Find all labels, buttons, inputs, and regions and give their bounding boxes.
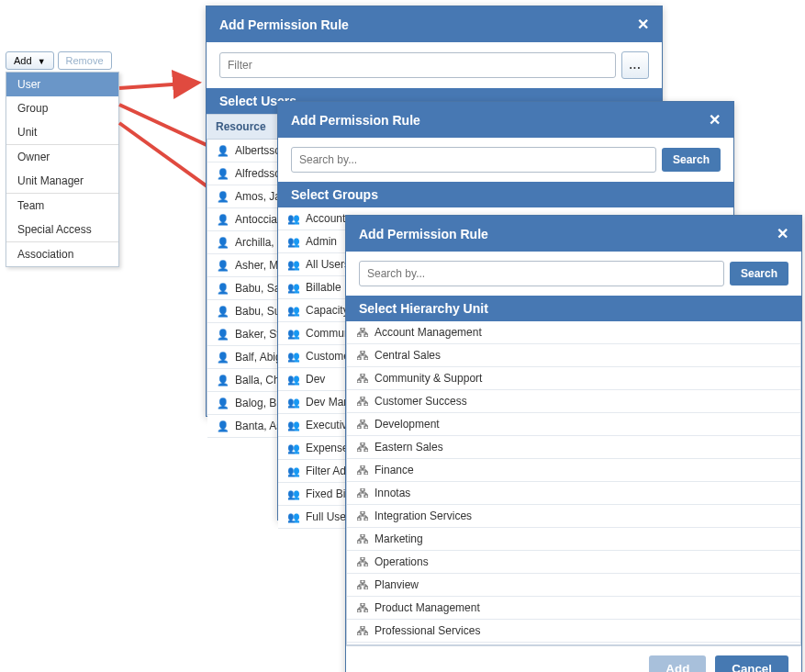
list-item[interactable]: Planview (347, 574, 800, 597)
filter-input[interactable] (219, 52, 616, 78)
hierarchy-unit-icon (356, 328, 369, 337)
section-header-groups: Select Groups (278, 182, 733, 207)
add-dropdown-menu: UserGroupUnitOwnerUnit ManagerTeamSpecia… (6, 72, 119, 267)
user-icon (217, 375, 229, 386)
hierarchy-unit-icon (356, 488, 369, 498)
svg-rect-4 (357, 334, 361, 337)
svg-rect-22 (357, 472, 361, 475)
user-icon (217, 145, 229, 157)
list-item[interactable]: Community & Support (347, 367, 800, 390)
dialog-title: Add Permission Rule (219, 17, 349, 32)
search-input[interactable] (359, 261, 724, 286)
hierarchy-unit-icon (356, 351, 369, 360)
group-icon (287, 511, 300, 523)
units-scroll[interactable]: Account ManagementCentral SalesCommunity… (346, 321, 801, 645)
svg-rect-30 (361, 534, 364, 537)
search-input[interactable] (291, 147, 656, 173)
units-list: Account ManagementCentral SalesCommunity… (347, 321, 800, 643)
svg-rect-18 (361, 442, 364, 445)
list-item[interactable]: Account Management (347, 321, 800, 344)
search-button[interactable]: Search (662, 148, 721, 172)
dialog-titlebar[interactable]: Add Permission Rule ✕ (278, 102, 733, 138)
list-item[interactable]: Innotas (347, 482, 800, 505)
svg-rect-32 (364, 541, 368, 543)
list-item[interactable]: Development (347, 413, 800, 436)
svg-rect-19 (357, 449, 361, 452)
user-icon (217, 306, 229, 318)
hierarchy-unit-icon (356, 511, 369, 521)
list-item[interactable]: Product Management (347, 597, 800, 620)
hierarchy-unit-icon (356, 626, 369, 635)
group-icon (287, 351, 300, 363)
menu-item-special-access[interactable]: Special Access (6, 218, 118, 241)
remove-button[interactable]: Remove (58, 51, 112, 70)
group-icon (287, 236, 300, 248)
add-remove-toolbar: Add ▼ Remove (6, 51, 119, 70)
svg-rect-38 (364, 587, 368, 589)
dialog-body: Search (278, 138, 733, 182)
group-icon (287, 397, 300, 409)
list-item-label: Marketing (375, 532, 791, 545)
svg-rect-33 (361, 557, 364, 560)
close-icon[interactable]: ✕ (709, 111, 721, 129)
user-icon (217, 329, 229, 341)
menu-item-unit-manager[interactable]: Unit Manager (6, 169, 118, 193)
svg-rect-44 (364, 633, 368, 635)
menu-item-owner[interactable]: Owner (6, 145, 118, 169)
list-item[interactable]: Professional Services (347, 620, 800, 643)
user-icon (217, 237, 229, 249)
list-item[interactable]: Finance (347, 459, 800, 482)
dialog-titlebar[interactable]: Add Permission Rule ✕ (346, 216, 801, 252)
dialog-body: Search (346, 252, 801, 296)
svg-rect-16 (357, 426, 361, 429)
svg-rect-25 (357, 495, 361, 498)
add-permission-dialog-units: Add Permission Rule ✕ Search Select Hier… (345, 215, 802, 672)
close-icon[interactable]: ✕ (637, 16, 649, 33)
menu-item-association[interactable]: Association (6, 242, 118, 266)
svg-rect-41 (364, 610, 368, 612)
list-item[interactable]: Marketing (347, 528, 800, 551)
svg-rect-15 (361, 420, 364, 422)
group-icon (287, 282, 300, 294)
svg-rect-36 (361, 580, 364, 583)
svg-rect-20 (364, 449, 368, 452)
svg-rect-14 (364, 403, 368, 406)
group-icon (287, 465, 300, 477)
menu-item-user[interactable]: User (6, 73, 118, 96)
menu-item-unit[interactable]: Unit (6, 120, 118, 144)
user-icon (217, 214, 229, 226)
group-icon (287, 213, 300, 225)
list-item[interactable]: Operations (347, 551, 800, 574)
svg-rect-9 (361, 374, 364, 376)
list-item[interactable]: Central Sales (347, 344, 800, 367)
menu-item-team[interactable]: Team (6, 194, 118, 218)
filter-options-button[interactable]: ... (621, 51, 649, 79)
list-item-label: Customer Success (375, 395, 791, 408)
svg-rect-37 (357, 587, 361, 589)
svg-rect-28 (357, 518, 361, 521)
add-button-label: Add (14, 55, 32, 66)
hierarchy-unit-icon (356, 397, 369, 406)
user-icon (217, 260, 229, 272)
list-item[interactable]: Integration Services (347, 505, 800, 528)
svg-rect-31 (357, 541, 361, 543)
add-dropdown-button[interactable]: Add ▼ (6, 51, 54, 70)
list-item[interactable]: Customer Success (347, 390, 800, 413)
dialog-add-button[interactable]: Add (649, 655, 706, 672)
list-item[interactable]: Eastern Sales (347, 436, 800, 459)
list-item-label: Integration Services (375, 510, 791, 522)
chevron-down-icon: ▼ (38, 57, 46, 66)
svg-rect-27 (361, 511, 364, 514)
list-item-label: Product Management (375, 601, 791, 614)
search-button[interactable]: Search (730, 262, 788, 286)
svg-rect-43 (357, 633, 361, 635)
group-icon (287, 259, 300, 271)
svg-rect-39 (361, 603, 364, 606)
list-item-label: Eastern Sales (375, 441, 791, 454)
dialog-cancel-button[interactable]: Cancel (715, 655, 788, 672)
section-header-units: Select Hierarchy Unit (346, 296, 801, 321)
close-icon[interactable]: ✕ (777, 225, 788, 242)
user-icon (217, 168, 229, 180)
menu-item-group[interactable]: Group (6, 96, 118, 120)
dialog-titlebar[interactable]: Add Permission Rule ✕ (207, 6, 662, 42)
